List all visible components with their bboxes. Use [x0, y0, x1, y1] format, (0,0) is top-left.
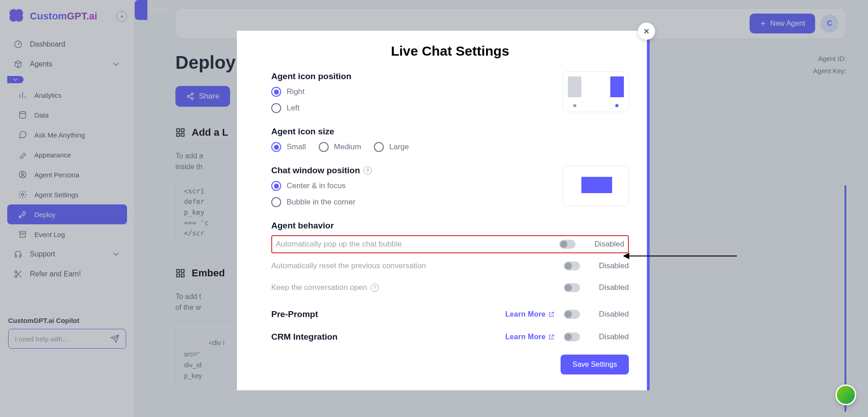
external-link-icon — [548, 334, 555, 340]
behavior-auto-popup-toggle[interactable] — [559, 240, 576, 249]
icon-size-large-label: Large — [389, 142, 409, 152]
icon-position-preview — [563, 71, 629, 112]
behavior-auto-reset-status: Disabled — [589, 261, 629, 270]
window-position-preview — [563, 166, 629, 206]
icon-position-label: Agent icon position — [271, 71, 545, 81]
modal-title: Live Chat Settings — [271, 43, 629, 59]
icon-position-right-label: Right — [287, 87, 305, 96]
window-position-bubble-radio[interactable]: Bubble in the corner — [271, 197, 545, 207]
behavior-label: Agent behavior — [271, 221, 629, 231]
icon-size-large-radio[interactable]: Large — [374, 142, 409, 152]
icon-size-small-radio[interactable]: Small — [271, 142, 306, 152]
window-position-center-radio[interactable]: Center & in focus — [271, 181, 545, 191]
behavior-auto-reset-row: Automatically reset the previous convers… — [271, 257, 629, 275]
behavior-keep-open-label: Keep the conversation open — [271, 283, 367, 292]
crm-toggle[interactable] — [564, 332, 580, 341]
icon-position-left-label: Left — [287, 104, 299, 113]
behavior-keep-open-row: Keep the conversation open ? Disabled — [271, 279, 629, 297]
pre-prompt-toggle[interactable] — [564, 310, 580, 319]
behavior-auto-popup-status: Disabled — [585, 240, 624, 249]
close-icon — [642, 27, 651, 35]
live-chat-settings-modal: Live Chat Settings Agent icon position R… — [237, 31, 650, 390]
icon-size-label: Agent icon size — [271, 127, 629, 137]
window-position-bubble-label: Bubble in the corner — [287, 198, 355, 207]
crm-learn-more-link[interactable]: Learn More — [505, 333, 555, 341]
icon-size-small-label: Small — [287, 142, 306, 152]
behavior-auto-popup-label: Automatically pop up the chat bubble — [276, 240, 402, 249]
behavior-keep-open-toggle[interactable] — [564, 283, 580, 292]
window-position-center-label: Center & in focus — [287, 181, 345, 190]
icon-size-medium-label: Medium — [334, 142, 361, 152]
modal-close-button[interactable] — [638, 23, 655, 40]
icon-position-right-radio[interactable]: Right — [271, 87, 545, 97]
crm-label: CRM Integration — [271, 332, 338, 342]
behavior-auto-reset-toggle[interactable] — [564, 261, 580, 270]
annotation-arrow — [624, 256, 737, 256]
floating-support-avatar[interactable] — [835, 384, 856, 405]
crm-status: Disabled — [589, 332, 629, 341]
save-settings-label: Save Settings — [572, 360, 617, 368]
behavior-auto-popup-row: Automatically pop up the chat bubble Dis… — [271, 235, 629, 253]
icon-position-left-radio[interactable]: Left — [271, 103, 545, 113]
pre-prompt-learn-more-link[interactable]: Learn More — [505, 310, 555, 318]
pre-prompt-row: Pre-Prompt Learn More Disabled — [271, 309, 629, 319]
icon-size-medium-radio[interactable]: Medium — [319, 142, 361, 152]
crm-row: CRM Integration Learn More Disabled — [271, 332, 629, 342]
help-icon[interactable]: ? — [371, 284, 379, 292]
window-position-label: Chat window position? — [271, 166, 545, 175]
pre-prompt-status: Disabled — [589, 310, 629, 319]
behavior-keep-open-status: Disabled — [589, 283, 629, 292]
external-link-icon — [548, 311, 555, 317]
save-settings-button[interactable]: Save Settings — [561, 355, 629, 374]
behavior-auto-reset-label: Automatically reset the previous convers… — [271, 261, 426, 270]
help-icon[interactable]: ? — [363, 166, 372, 175]
pre-prompt-label: Pre-Prompt — [271, 309, 318, 319]
